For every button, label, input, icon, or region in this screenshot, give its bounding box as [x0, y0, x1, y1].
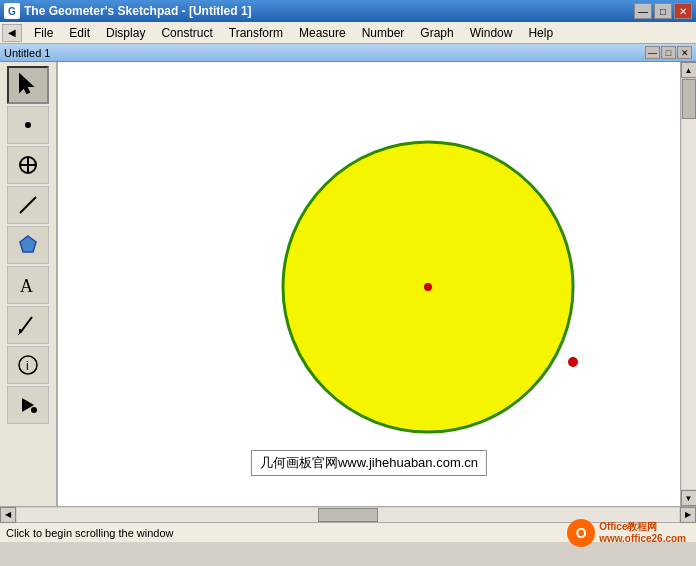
document-title: Untitled 1: [4, 47, 50, 59]
scroll-track-vertical[interactable]: [682, 79, 696, 489]
svg-point-1: [25, 122, 31, 128]
window-title: The Geometer's Sketchpad - [Untitled 1]: [24, 4, 252, 18]
menu-graph[interactable]: Graph: [412, 24, 461, 42]
line-tool[interactable]: [7, 186, 49, 224]
svg-line-8: [20, 317, 32, 333]
point-tool[interactable]: [7, 106, 49, 144]
app-icon: G: [4, 3, 20, 19]
scroll-left-button[interactable]: ◀: [0, 507, 16, 523]
scroll-up-button[interactable]: ▲: [681, 62, 697, 78]
menu-help[interactable]: Help: [520, 24, 561, 42]
doc-restore-button[interactable]: □: [661, 46, 676, 59]
document-controls: — □ ✕: [645, 46, 692, 59]
menu-number[interactable]: Number: [354, 24, 413, 42]
office-brand-text: Office教程网 www.office26.com: [599, 521, 686, 545]
scroll-down-button[interactable]: ▼: [681, 490, 697, 506]
menu-display[interactable]: Display: [98, 24, 153, 42]
pencil-tool[interactable]: [7, 306, 49, 344]
main-area: A i 几何画: [0, 62, 696, 506]
office-icon: O: [567, 519, 595, 547]
svg-text:A: A: [20, 276, 33, 296]
svg-marker-6: [20, 236, 36, 252]
svg-line-5: [20, 197, 36, 213]
title-bar: G The Geometer's Sketchpad - [Untitled 1…: [0, 0, 696, 22]
animation-tool[interactable]: [7, 386, 49, 424]
toolbar: A i: [0, 62, 58, 506]
menu-bar: ◀ File Edit Display Construct Transform …: [0, 22, 696, 44]
menu-nav-back[interactable]: ◀: [2, 24, 22, 42]
compass-tool[interactable]: [7, 146, 49, 184]
status-bar: Click to begin scrolling the window O Of…: [0, 522, 696, 542]
window-controls: — □ ✕: [634, 3, 692, 19]
canvas[interactable]: 几何画板官网www.jihehuaban.com.cn: [58, 62, 680, 506]
svg-text:i: i: [26, 359, 29, 373]
scroll-thumb-horizontal[interactable]: [318, 508, 378, 522]
polygon-tool[interactable]: [7, 226, 49, 264]
watermark: 几何画板官网www.jihehuaban.com.cn: [251, 450, 487, 476]
maximize-button[interactable]: □: [654, 3, 672, 19]
vertical-scrollbar[interactable]: ▲ ▼: [680, 62, 696, 506]
drawing-canvas: [58, 62, 680, 506]
menu-file[interactable]: File: [26, 24, 61, 42]
perimeter-point: [568, 357, 578, 367]
text-tool[interactable]: A: [7, 266, 49, 304]
status-message: Click to begin scrolling the window: [6, 527, 174, 539]
select-tool[interactable]: [7, 66, 49, 104]
svg-marker-0: [20, 75, 32, 93]
office-logo: O Office教程网 www.office26.com: [567, 519, 686, 547]
menu-measure[interactable]: Measure: [291, 24, 354, 42]
center-point: [424, 283, 432, 291]
menu-transform[interactable]: Transform: [221, 24, 291, 42]
close-button[interactable]: ✕: [674, 3, 692, 19]
scroll-thumb-vertical[interactable]: [682, 79, 696, 119]
doc-minimize-button[interactable]: —: [645, 46, 660, 59]
menu-construct[interactable]: Construct: [153, 24, 220, 42]
doc-close-button[interactable]: ✕: [677, 46, 692, 59]
document-title-bar: Untitled 1 — □ ✕: [0, 44, 696, 62]
menu-edit[interactable]: Edit: [61, 24, 98, 42]
svg-point-14: [31, 407, 37, 413]
minimize-button[interactable]: —: [634, 3, 652, 19]
menu-window[interactable]: Window: [462, 24, 521, 42]
info-tool[interactable]: i: [7, 346, 49, 384]
